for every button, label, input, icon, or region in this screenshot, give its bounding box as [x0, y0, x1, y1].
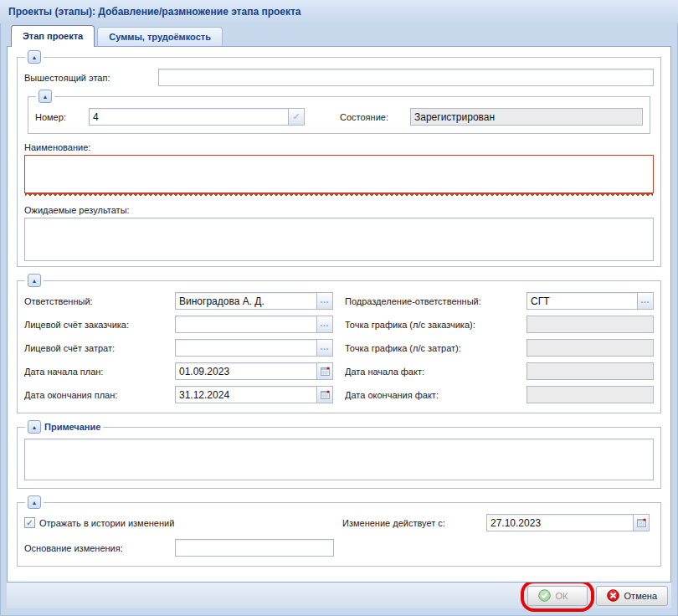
ellipsis-icon: … — [640, 295, 650, 308]
plan-start-date-input[interactable] — [175, 362, 333, 380]
change-effective-date-picker-trigger[interactable] — [633, 515, 649, 531]
department-lookup-trigger[interactable]: … — [637, 293, 653, 309]
invalid-zigzag-marker — [25, 193, 653, 197]
collapse-toggle-icon[interactable]: ▲ — [28, 274, 41, 287]
customer-account-input-value[interactable] — [176, 316, 316, 332]
schedule-point-customer-value — [527, 316, 653, 332]
number-input[interactable]: ✓ — [89, 108, 305, 126]
expected-results-label: Ожидаемые результаты: — [24, 205, 654, 215]
tab-sums-label: Суммы, трудоёмкость — [109, 32, 211, 42]
plan-start-date-picker-trigger[interactable] — [316, 363, 332, 379]
state-label: Состояние: — [340, 112, 410, 122]
plan-start-date-value[interactable] — [176, 363, 316, 379]
ok-button-label: ОК — [556, 591, 568, 601]
cancel-button-label: Отмена — [624, 591, 657, 601]
parent-stage-input[interactable] — [158, 69, 654, 86]
collapse-toggle-icon[interactable]: ▲ — [28, 420, 41, 434]
schedule-point-customer-label: Точка графика (л/с заказчика): — [345, 320, 526, 330]
change-effective-date-label: Изменение действует с: — [342, 518, 486, 528]
cost-account-input-value[interactable] — [176, 340, 316, 356]
cancel-button[interactable]: Отмена — [596, 586, 668, 606]
ok-button[interactable]: ОК — [527, 586, 588, 606]
schedule-point-cost-value — [527, 340, 653, 356]
check-icon: ✓ — [292, 111, 300, 122]
fact-start-date-value — [527, 363, 653, 379]
plan-end-date-picker-trigger[interactable] — [316, 387, 332, 403]
name-textarea[interactable] — [24, 155, 654, 193]
collapse-toggle-icon[interactable]: ▲ — [39, 90, 52, 103]
plan-start-date-label: Дата начала план: — [24, 367, 175, 377]
responsible-department-input-value[interactable] — [527, 293, 637, 309]
history-checkbox-label: Отражать в истории изменений — [39, 518, 174, 528]
responsible-department-input[interactable]: … — [526, 292, 654, 310]
cost-account-label: Лицевой счёт затрат: — [24, 343, 175, 353]
responsible-lookup-trigger[interactable]: … — [316, 293, 332, 309]
number-input-value[interactable] — [90, 109, 288, 125]
fieldset-change-history: ▲ ✓ Отражать в истории изменений Изменен… — [17, 502, 661, 567]
collapse-toggle-icon[interactable]: ▲ — [28, 495, 41, 509]
schedule-point-cost-field — [526, 339, 654, 357]
parent-stage-label: Вышестоящий этап: — [24, 73, 158, 83]
fact-end-date-label: Дата окончания факт: — [345, 390, 526, 400]
calendar-icon — [637, 518, 646, 527]
window-title: Проекты (этапы): Добавление/размножение … — [8, 6, 301, 18]
ellipsis-icon: … — [320, 295, 330, 308]
fact-end-date-field — [526, 386, 654, 403]
plan-end-date-label: Дата окончания план: — [24, 390, 175, 400]
cancel-x-icon — [607, 589, 619, 602]
stage-form-panel: ▲ Вышестоящий этап: ▲ Номер: ✓ Состо — [7, 46, 671, 583]
responsible-department-label: Подразделение-ответственный: — [345, 296, 526, 306]
tab-stage-label: Этап проекта — [23, 31, 83, 41]
window-titlebar: Проекты (этапы): Добавление/размножение … — [0, 0, 678, 23]
fieldset-note: ▲ Примечание — [17, 427, 661, 489]
tab-stage[interactable]: Этап проекта — [11, 25, 95, 47]
fact-end-date-value — [527, 387, 653, 403]
number-check-trigger[interactable]: ✓ — [288, 109, 304, 125]
history-checkbox[interactable]: ✓ — [24, 517, 35, 528]
cost-account-lookup-trigger[interactable]: … — [316, 340, 332, 356]
plan-end-date-value[interactable] — [176, 387, 316, 403]
expected-results-textarea[interactable] — [24, 218, 654, 261]
state-field-value — [411, 109, 642, 125]
checkbox-check-icon: ✓ — [26, 519, 33, 527]
plan-end-date-input[interactable] — [175, 386, 333, 403]
note-textarea[interactable] — [24, 439, 654, 480]
cost-account-input[interactable]: … — [175, 339, 333, 357]
customer-account-label: Лицевой счёт заказчика: — [24, 320, 175, 330]
fieldset-main: ▲ Вышестоящий этап: ▲ Номер: ✓ Состо — [17, 57, 661, 267]
calendar-icon — [321, 390, 330, 399]
fact-start-date-field — [526, 362, 654, 380]
number-label: Номер: — [35, 112, 89, 122]
customer-account-input[interactable]: … — [175, 316, 333, 333]
ok-check-icon — [538, 589, 551, 602]
change-effective-date-input[interactable] — [486, 514, 650, 531]
schedule-point-cost-label: Точка графика (л/с затрат): — [345, 343, 526, 353]
change-reason-input[interactable] — [175, 539, 334, 557]
fieldset-number-state: ▲ Номер: ✓ Состояние: — [28, 96, 650, 134]
state-field — [410, 108, 643, 126]
tab-sums[interactable]: Суммы, трудоёмкость — [97, 27, 223, 46]
responsible-input[interactable]: … — [175, 292, 333, 310]
change-effective-date-value[interactable] — [487, 515, 633, 531]
customer-account-lookup-trigger[interactable]: … — [316, 316, 332, 332]
calendar-icon — [321, 367, 330, 376]
change-reason-input-value[interactable] — [176, 540, 333, 556]
responsible-label: Ответственный: — [24, 296, 175, 306]
schedule-point-customer-field — [526, 316, 654, 333]
name-label: Наименование: — [24, 142, 654, 152]
fieldset-details: ▲ Ответственный: … Подразделение-ответст… — [17, 280, 661, 413]
button-bar: ОК Отмена — [7, 583, 671, 608]
responsible-input-value[interactable] — [176, 293, 316, 309]
history-checkbox-row: ✓ Отражать в истории изменений — [24, 517, 342, 528]
parent-stage-input-value[interactable] — [159, 69, 653, 85]
tab-strip: Этап проекта Суммы, трудоёмкость — [0, 23, 678, 46]
change-reason-label: Основание изменения: — [24, 543, 175, 553]
fact-start-date-label: Дата начала факт: — [345, 367, 526, 377]
ellipsis-icon: … — [320, 341, 330, 355]
collapse-toggle-icon[interactable]: ▲ — [28, 50, 41, 64]
note-legend: Примечание — [44, 422, 100, 432]
ellipsis-icon: … — [320, 318, 330, 331]
